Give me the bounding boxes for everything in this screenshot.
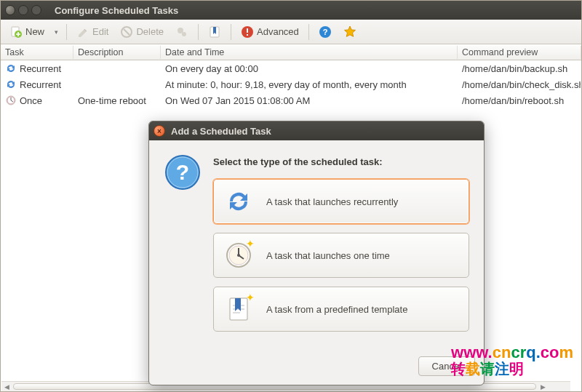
toolbar-separator xyxy=(308,24,309,40)
advanced-label: Advanced xyxy=(257,26,299,37)
column-datetime[interactable]: Date and Time xyxy=(161,46,458,59)
cancel-button[interactable]: Cancel xyxy=(418,356,475,376)
svg-point-4 xyxy=(182,32,186,36)
task-command: /home/dan/bin/reboot.sh xyxy=(458,94,581,108)
dialog-close-button[interactable]: × xyxy=(154,125,165,137)
task-type: Recurrent xyxy=(20,63,61,74)
task-type: Recurrent xyxy=(20,79,61,90)
option-label: A task from a predefined template xyxy=(266,304,407,315)
toolbar-separator xyxy=(231,24,231,40)
recurrent-icon xyxy=(5,63,17,74)
table-row[interactable]: Recurrent At minute: 0, hour: 9,18, ever… xyxy=(1,76,581,92)
window-maximize-button[interactable] xyxy=(31,5,41,15)
table-row[interactable]: Recurrent On every day at 00:00 /home/da… xyxy=(1,60,581,76)
table-body: Recurrent On every day at 00:00 /home/da… xyxy=(1,60,581,108)
task-command: /home/dan/bin/check_disk.sh xyxy=(458,78,581,92)
edit-button[interactable]: Edit xyxy=(72,23,113,41)
task-description xyxy=(73,67,161,70)
svg-point-3 xyxy=(178,28,183,33)
window-title: Configure Scheduled Tasks xyxy=(55,5,178,16)
edit-label: Edit xyxy=(92,26,108,37)
new-icon xyxy=(9,25,23,39)
task-description xyxy=(73,83,161,86)
option-label: A task that launches one time xyxy=(266,250,390,261)
advanced-button[interactable]: Advanced xyxy=(236,23,303,41)
svg-point-18 xyxy=(237,254,240,257)
scroll-left-arrow[interactable]: ◀ xyxy=(1,382,12,391)
delete-label: Delete xyxy=(136,26,164,37)
dialog-footer: Cancel xyxy=(149,351,484,385)
svg-rect-22 xyxy=(233,312,240,313)
task-datetime: At minute: 0, hour: 9,18, every day of m… xyxy=(161,78,458,92)
new-button[interactable]: New xyxy=(5,23,49,41)
svg-text:?: ? xyxy=(176,160,189,184)
task-command: /home/dan/bin/backup.sh xyxy=(458,62,581,76)
option-label: A task that launches recurrently xyxy=(266,196,398,207)
gears-icon xyxy=(175,25,188,39)
new-badge-icon: ✦ xyxy=(246,292,256,302)
svg-text:?: ? xyxy=(322,28,327,36)
titlebar: Configure Scheduled Tasks xyxy=(1,1,581,20)
delete-button[interactable]: Delete xyxy=(116,23,168,41)
task-description: One-time reboot xyxy=(73,94,161,108)
task-datetime: On Wed 07 Jan 2015 01:08:00 AM xyxy=(161,94,458,108)
table-row[interactable]: Once One-time reboot On Wed 07 Jan 2015 … xyxy=(1,92,581,108)
help-icon: ? xyxy=(319,25,332,39)
column-description[interactable]: Description xyxy=(73,46,161,59)
help-button[interactable]: ? xyxy=(314,23,336,41)
template-icon: ✦ xyxy=(224,295,253,324)
delete-icon xyxy=(120,25,133,39)
clock-icon: ✦ xyxy=(224,241,253,270)
star-icon xyxy=(343,25,356,39)
window-minimize-button[interactable] xyxy=(18,5,28,15)
edit-icon xyxy=(76,25,89,39)
table-header: Task Description Date and Time Command p… xyxy=(1,44,581,60)
toolbar-separator xyxy=(198,24,199,40)
task-datetime: On every day at 00:00 xyxy=(161,62,458,76)
new-badge-icon: ✦ xyxy=(246,238,256,248)
recurrent-icon xyxy=(5,79,17,90)
column-command[interactable]: Command preview xyxy=(458,46,581,59)
task-type: Once xyxy=(20,95,42,106)
add-task-dialog: × Add a Scheduled Task ? Select the type… xyxy=(148,121,485,385)
recurrent-icon xyxy=(224,187,253,216)
run-button[interactable] xyxy=(171,23,193,41)
dialog-heading: Select the type of the scheduled task: xyxy=(213,156,469,167)
dialog-titlebar: × Add a Scheduled Task xyxy=(149,121,484,140)
template-button[interactable] xyxy=(204,23,226,41)
bookmark-icon xyxy=(208,25,221,39)
window-close-button[interactable] xyxy=(5,5,15,15)
new-label: New xyxy=(25,26,44,37)
toolbar-separator xyxy=(66,24,67,40)
dialog-body: ? Select the type of the scheduled task:… xyxy=(149,140,484,351)
column-task[interactable]: Task xyxy=(1,46,73,59)
svg-rect-8 xyxy=(247,34,248,36)
favorite-button[interactable] xyxy=(339,23,361,41)
new-dropdown-arrow[interactable]: ▾ xyxy=(52,28,61,36)
once-icon xyxy=(5,95,17,106)
warning-icon xyxy=(241,25,254,39)
svg-rect-7 xyxy=(247,28,248,33)
option-once[interactable]: ✦ A task that launches one time xyxy=(213,233,469,278)
dialog-title: Add a Scheduled Task xyxy=(171,126,271,137)
scroll-right-arrow[interactable]: ▶ xyxy=(538,382,548,391)
option-recurrent[interactable]: A task that launches recurrently xyxy=(213,179,469,224)
toolbar: New ▾ Edit Delete xyxy=(1,20,581,44)
option-template[interactable]: ✦ A task from a predefined template xyxy=(213,287,469,332)
question-icon: ? xyxy=(164,153,202,191)
